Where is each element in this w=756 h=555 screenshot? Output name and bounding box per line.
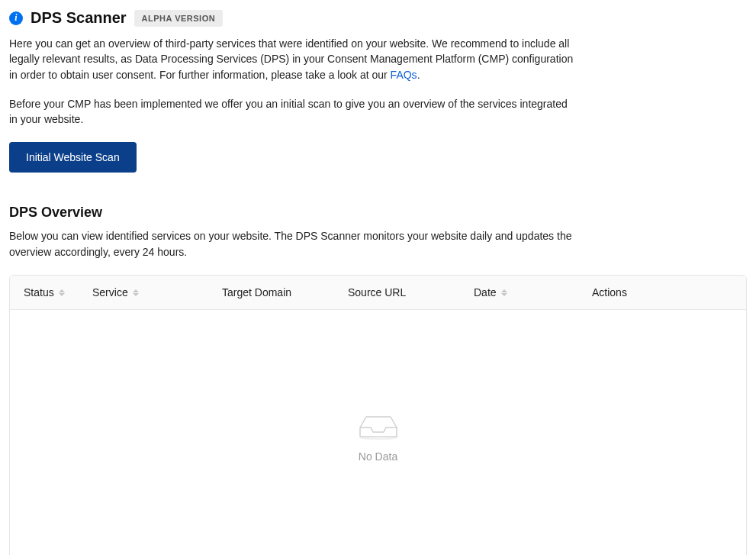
overview-title: DPS Overview xyxy=(9,205,747,221)
sort-icon xyxy=(501,289,507,296)
empty-text: No Data xyxy=(359,450,397,463)
sort-icon xyxy=(59,289,65,296)
table-empty-state: No Data xyxy=(10,310,746,555)
faqs-link[interactable]: FAQs xyxy=(391,69,417,81)
empty-inbox-icon xyxy=(357,409,400,440)
table-header-row: Status Service Target Domain Source URL … xyxy=(10,276,746,310)
column-label-actions: Actions xyxy=(592,286,627,298)
svg-point-0 xyxy=(360,437,397,440)
column-label-status: Status xyxy=(24,286,54,298)
sort-icon xyxy=(133,289,139,296)
column-header-date[interactable]: Date xyxy=(474,286,592,298)
column-header-service[interactable]: Service xyxy=(92,286,222,298)
dps-table: Status Service Target Domain Source URL … xyxy=(9,275,747,555)
column-label-target-domain: Target Domain xyxy=(222,286,291,298)
column-label-source-url: Source URL xyxy=(348,286,406,298)
column-header-target-domain: Target Domain xyxy=(222,286,348,298)
overview-section: DPS Overview Below you can view identifi… xyxy=(9,205,747,555)
intro-text-after-link: . xyxy=(417,69,420,81)
column-header-source-url: Source URL xyxy=(348,286,474,298)
column-label-service: Service xyxy=(92,286,128,298)
alpha-badge: ALPHA VERSION xyxy=(134,10,224,27)
overview-description: Below you can view identified services o… xyxy=(9,228,574,260)
initial-scan-button[interactable]: Initial Website Scan xyxy=(9,142,137,173)
page-title: DPS Scanner xyxy=(31,9,127,27)
column-header-actions: Actions xyxy=(592,286,732,298)
info-icon: i xyxy=(9,11,23,25)
column-header-status[interactable]: Status xyxy=(24,286,92,298)
intro-paragraph-2: Before your CMP has been implemented we … xyxy=(9,96,574,127)
intro-text-before-link: Here you can get an overview of third-pa… xyxy=(9,37,573,81)
page-header: i DPS Scanner ALPHA VERSION xyxy=(9,9,747,27)
column-label-date: Date xyxy=(474,286,497,298)
intro-paragraph-1: Here you can get an overview of third-pa… xyxy=(9,36,574,82)
